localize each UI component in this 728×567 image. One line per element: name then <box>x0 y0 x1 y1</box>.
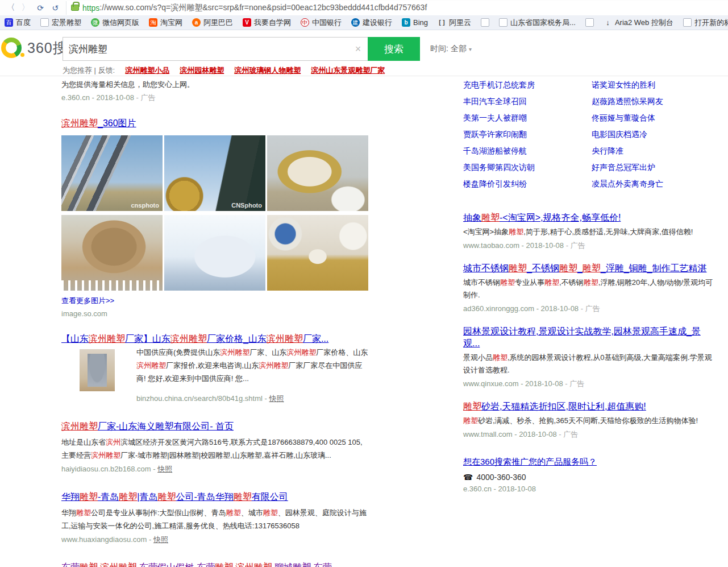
aliyun-icon <box>438 18 446 27</box>
chevron-down-icon: ▾ <box>469 46 472 52</box>
hot-news-link[interactable]: 楼盘降价引发纠纷 <box>463 179 592 189</box>
refresh-icon[interactable]: ⟳ <box>33 2 48 14</box>
hot-news-link[interactable]: 充电手机订总统套房 <box>463 80 592 90</box>
url-text: ://www.so.com/s?q=滨州雕塑&src=srp&fr=none&p… <box>99 3 427 13</box>
hot-news-link[interactable]: 美国务卿第四次访朝 <box>463 162 592 172</box>
bookmark-item[interactable]: 我要自学网 <box>243 18 291 28</box>
so360-logo-dot <box>20 53 24 57</box>
phone-icon <box>463 473 473 482</box>
ad-label: 广告 <box>585 304 600 313</box>
bookmark-label: 百度 <box>16 18 31 28</box>
alibaba-icon <box>192 18 201 27</box>
wechat-icon <box>91 18 99 27</box>
bookmark-item[interactable]: 中国银行 <box>301 18 342 28</box>
bookmark-item[interactable]: 建设银行 <box>351 18 392 28</box>
hot-news-link[interactable]: 美第一夫人被群嘲 <box>463 113 592 123</box>
v51-icon <box>243 18 251 27</box>
hot-news-link[interactable]: 电影国庆档遇冷 <box>592 129 717 139</box>
sand-sculpture-photo[interactable] <box>61 215 163 291</box>
forward-icon[interactable]: 〉 <box>18 2 33 14</box>
so360-logo-icon <box>1 38 22 58</box>
hot-news-link[interactable]: 凌晨点外卖离奇身亡 <box>592 179 717 189</box>
undo-icon[interactable]: ↺ <box>48 2 63 14</box>
suggestion-link[interactable]: 滨州雕塑小品 <box>125 65 169 76</box>
result-url: binzhou.china.cn/search/80b41g.shtml <box>136 394 263 403</box>
search-result: 滨州雕塑厂家-山东海义雕塑有限公司- 首页 地址是山东省滨州滨城区经济开发区黄河… <box>61 420 368 475</box>
bookmark-item[interactable]: 宏景雕塑 <box>40 18 81 28</box>
more-images-link[interactable]: 查看更多图片>> <box>61 296 368 306</box>
result-title-link[interactable]: 【山东滨州雕塑厂家】山东滨州雕塑厂家价格_山东滨州雕塑厂家... <box>61 333 328 345</box>
image-source-url: image.so.com <box>61 309 368 318</box>
ad-label: 广告 <box>563 430 578 438</box>
bookmark-label: 我要自学网 <box>254 18 291 28</box>
result-title-link[interactable]: 滨州雕塑厂家-山东海义雕塑有限公司- 首页 <box>61 420 234 432</box>
bookmark-item[interactable] <box>481 18 489 27</box>
bookmark-item[interactable] <box>585 18 594 27</box>
result-snippet: 华翔雕塑公司是专业从事制作:大型假山假树、青岛雕塑、城市雕塑、园林景观、庭院设计… <box>61 506 368 532</box>
bookmark-item[interactable]: Bing <box>402 18 428 27</box>
ad-title-link[interactable]: 城市不锈钢雕塑_不锈钢雕塑_雕塑_浮雕_铜雕_制作工艺精湛 <box>463 262 707 274</box>
image-grid: cnsphotoCNSphoto <box>61 135 368 291</box>
search-input[interactable] <box>63 43 348 55</box>
bookmark-item[interactable]: 阿里云 <box>438 18 471 28</box>
wheel-clock-statue-photo[interactable]: CNSphoto <box>164 135 265 211</box>
result-cite: haiyidiaosu.cn.b2b168.com - 快照 <box>61 463 368 475</box>
bookmark-item[interactable]: 微信网页版 <box>91 18 139 28</box>
ad-date: 2018-10-08 <box>525 379 563 388</box>
back-icon[interactable]: 〈 <box>3 2 18 14</box>
result-cite: binzhou.china.cn/search/80b41g.shtml - 快… <box>136 392 368 405</box>
ad-result: 雕塑砂岩,天猫精选折扣区,限时让利,超值惠购! 雕塑砂岩,满减、秒杀、抢购,36… <box>463 400 717 441</box>
https-lock-icon <box>71 5 79 11</box>
aria2-icon <box>604 18 612 27</box>
snapshot-link[interactable]: 快照 <box>153 535 168 544</box>
bookmark-label: 宏景雕塑 <box>52 18 81 28</box>
search-button[interactable]: 搜索 <box>368 37 420 61</box>
image-result-title-link[interactable]: 滨州雕塑_360图片 <box>61 117 136 129</box>
address-bar[interactable]: https://www.so.com/s?q=滨州雕塑&src=srp&fr=n… <box>66 1 728 15</box>
result-title-link[interactable]: 东营雕塑,滨州雕塑,东营假山假树-东营雕塑,滨州雕塑,聊城雕塑,东营... <box>61 561 339 567</box>
bookmark-item[interactable]: 山东省国家税务局... <box>499 18 576 28</box>
hot-news-link[interactable]: 好声音总冠军出炉 <box>592 162 717 172</box>
search-result: 【山东滨州雕塑厂家】山东滨州雕塑厂家价格_山东滨州雕塑厂家... 中国供应商(免… <box>61 333 368 405</box>
suggestion-link[interactable]: 滨州山东景观雕塑厂家 <box>311 65 385 76</box>
snapshot-link[interactable]: 快照 <box>157 465 172 473</box>
bookmark-item[interactable]: 阿里巴巴 <box>192 18 233 28</box>
search-box: × <box>63 37 368 61</box>
bookmark-item[interactable]: 淘宝网 <box>149 18 182 28</box>
bing-icon <box>402 18 410 27</box>
marble-mother-baby-photo[interactable] <box>164 215 265 291</box>
hot-news-link[interactable]: 诺奖迎女性的胜利 <box>592 80 717 90</box>
hot-news-link[interactable]: 赵薇路透照惊呆网友 <box>592 96 717 106</box>
suggestion-link[interactable]: 滨州玻璃钢人物雕塑 <box>234 65 301 76</box>
bookmark-item[interactable]: Aria2 Web 控制台 <box>604 18 673 28</box>
ad-label: 广告 <box>569 379 584 388</box>
porcelain-vase-wall-photo[interactable] <box>267 215 368 291</box>
bookmark-item[interactable]: 打开新的标签页 <box>683 18 728 28</box>
result-thumbnail[interactable] <box>80 349 115 391</box>
hot-news-link[interactable]: 佟丽娅与董璇合体 <box>592 113 717 123</box>
clear-icon[interactable]: × <box>348 43 368 55</box>
suggestion-link[interactable]: 滨州园林雕塑 <box>180 65 224 76</box>
promotion-link[interactable]: 想在360搜索推广您的产品服务吗？ <box>463 457 597 466</box>
ad-cite: ad360.xinronggg.com - 2018-10-08 - 广告 <box>463 303 717 315</box>
bookmark-item[interactable]: 百度 <box>5 18 31 28</box>
mosaic-teacup-sculpture-photo[interactable] <box>267 135 368 211</box>
steel-sculpture-photo[interactable]: cnsphoto <box>61 135 163 211</box>
hot-news-link[interactable]: 丰田汽车全球召回 <box>463 96 592 106</box>
taobao-icon <box>149 18 157 27</box>
promotion-url: e.360.cn <box>463 485 492 493</box>
ad-title-link[interactable]: 园林景观设计教程,景观设计实战教学,园林景观高手速成_景观... <box>463 325 717 349</box>
hot-news-link[interactable]: 央行降准 <box>592 146 717 156</box>
bookmark-label: 微信网页版 <box>102 18 139 28</box>
hot-news-link[interactable]: 贾跃亭许家印闹翻 <box>463 129 592 139</box>
bookmark-label: 建设银行 <box>363 18 392 28</box>
ad-title-link[interactable]: 雕塑砂岩,天猫精选折扣区,限时让利,超值惠购! <box>463 400 646 412</box>
hot-news-link[interactable]: 千岛湖游船被停航 <box>463 146 592 156</box>
time-filter-dropdown[interactable]: 时间: 全部 ▾ <box>430 44 472 54</box>
ad-url: ad360.xinronggg.com <box>463 304 534 313</box>
ad-label: 广告 <box>141 93 156 102</box>
ad-date: 2018-10-08 <box>526 241 564 250</box>
snapshot-link[interactable]: 快照 <box>269 394 284 403</box>
result-title-link[interactable]: 华翔雕塑-青岛雕塑|青岛雕塑公司-青岛华翔雕塑有限公司 <box>61 491 288 503</box>
ad-title-link[interactable]: 抽象雕塑-<淘宝网>,规格齐全,畅享低价! <box>463 212 621 224</box>
